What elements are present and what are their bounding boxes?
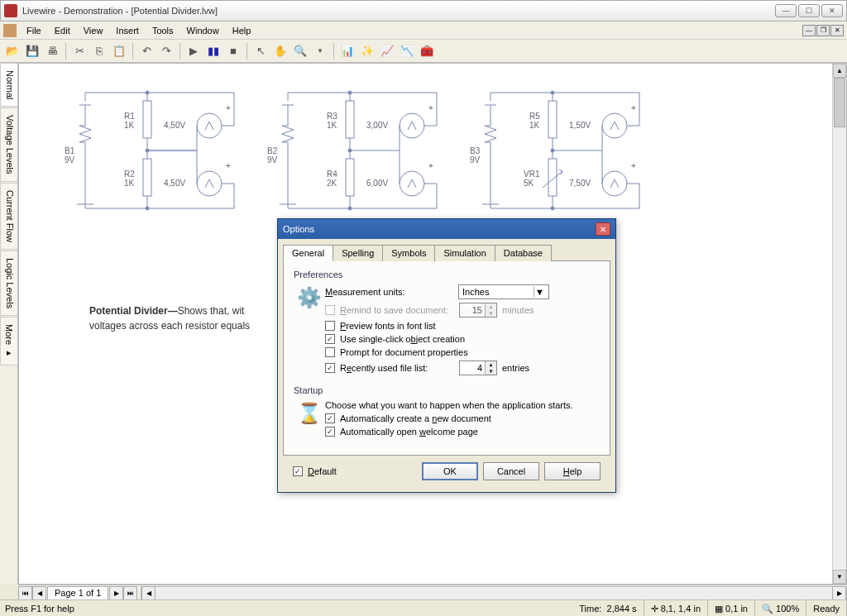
mdi-close[interactable]: ✕ [830,25,844,36]
zoom-icon[interactable]: 🔍 [291,42,309,60]
measurement-select[interactable]: Inches▼ [458,284,549,299]
autonew-label: Automatically create a new document [340,413,491,423]
hand-icon[interactable]: ✋ [271,42,290,60]
tab-current[interactable]: Current Flow [0,183,17,250]
maximize-button[interactable]: ☐ [798,4,820,17]
remind-label: Remind to save document: [340,305,454,315]
singleclick-checkbox[interactable] [325,334,335,344]
svg-point-28 [551,91,554,94]
app-icon [4,4,17,17]
recent-checkbox[interactable] [325,363,335,373]
page-first[interactable]: ⏮ [18,586,32,600]
svg-point-29 [551,149,554,152]
dropdown-icon[interactable]: ▼ [311,42,329,60]
default-checkbox[interactable] [293,466,303,476]
titlebar: Livewire - Demonstration - [Potential Di… [0,0,847,21]
tab-more[interactable]: More ▸ [0,317,17,365]
svg-point-3 [197,113,222,138]
stop-icon[interactable]: ■ [224,42,242,60]
status-time: Time: 2,844 s [572,600,644,616]
svg-point-25 [602,113,627,138]
status-position: ✛ 8,1, 1,4 in [644,600,708,616]
menu-help[interactable]: Help [226,24,258,37]
tab-spelling[interactable]: Spelling [333,245,383,261]
tab-voltage[interactable]: Voltage Levels [0,107,17,182]
autonew-checkbox[interactable] [325,413,335,423]
tab-logic[interactable]: Logic Levels [0,251,17,316]
cancel-button[interactable]: Cancel [483,462,539,480]
play-icon[interactable]: ▶ [184,42,203,60]
mdi-restore[interactable]: ❐ [816,25,830,36]
tab-symbols[interactable]: Symbols [382,245,435,261]
startup-intro: Choose what you want to happen when the … [325,400,573,410]
pause-icon[interactable]: ▮▮ [204,42,223,60]
hscroll-track[interactable]: ◀ ▶ [141,586,847,600]
page-next[interactable]: ▶ [109,586,123,600]
svg-rect-24 [548,101,557,138]
tab-database[interactable]: Database [495,245,552,261]
undo-icon[interactable]: ↶ [137,42,156,60]
preview-label: Preview fonts in font list [340,321,436,331]
menu-edit[interactable]: Edit [48,24,77,37]
menu-view[interactable]: View [77,24,110,37]
svg-rect-15 [346,101,354,138]
dialog-titlebar[interactable]: Options ✕ [278,219,615,239]
prompt-checkbox[interactable] [325,347,335,357]
menu-window[interactable]: Window [180,24,226,37]
status-ready: Ready [806,600,847,616]
print-icon[interactable]: 🖶 [43,42,61,60]
tab-simulation[interactable]: Simulation [434,245,495,261]
pointer-icon[interactable]: ↖ [251,42,270,60]
recent-spinner[interactable]: ▲▼ [459,361,497,375]
startup-heading: Startup [294,385,600,395]
vertical-scrollbar[interactable]: ▲ ▼ [832,64,846,584]
menu-insert[interactable]: Insert [109,24,146,37]
scroll-down-icon[interactable]: ▼ [833,570,846,584]
status-grid: ▦ 0,1 in [708,600,755,616]
svg-rect-2 [143,101,151,138]
minimize-button[interactable]: — [775,4,797,17]
toolbox-icon[interactable]: 🧰 [418,42,436,60]
chart-icon[interactable]: 📊 [338,42,357,60]
toolbar: 📂 💾 🖶 ✂ ⎘ 📋 ↶ ↷ ▶ ▮▮ ■ ↖ ✋ 🔍 ▼ 📊 ✨ 📈 📉 🧰 [0,40,847,63]
redo-icon[interactable]: ↷ [157,42,175,60]
graph1-icon[interactable]: 📈 [378,42,396,60]
open-icon[interactable]: 📂 [3,42,22,60]
document-icon [3,24,17,37]
menu-tools[interactable]: Tools [146,24,180,37]
page-prev[interactable]: ◀ [32,586,46,600]
scroll-up-icon[interactable]: ▲ [833,64,846,78]
autowelcome-checkbox[interactable] [325,427,335,437]
help-button[interactable]: Help [544,462,601,480]
paste-icon[interactable]: 📋 [110,42,128,60]
tab-general[interactable]: General [283,245,333,261]
remind-spinner: ▲▼ [459,303,497,318]
prompt-label: Prompt for document properties [340,347,468,357]
startup-icon: ⌛ [297,402,320,425]
ok-button[interactable]: OK [422,462,478,480]
measurement-label: Measurement units: [325,287,453,297]
graph2-icon[interactable]: 📉 [398,42,416,60]
statusbar: Press F1 for help Time: 2,844 s ✛ 8,1, 1… [0,599,847,616]
wizard-icon[interactable]: ✨ [358,42,376,60]
save-icon[interactable]: 💾 [23,42,41,60]
scroll-thumb[interactable] [834,78,845,127]
copy-icon[interactable]: ⎘ [90,42,108,60]
page-last[interactable]: ⏭ [123,586,137,600]
cut-icon[interactable]: ✂ [70,42,89,60]
preview-checkbox[interactable] [325,321,335,331]
singleclick-label: Use single-click object creation [340,334,465,344]
default-label: Default [308,466,337,476]
close-button[interactable]: ✕ [821,4,843,17]
menu-file[interactable]: File [20,24,48,37]
recent-label: Recently used file list: [340,363,454,373]
mdi-minimize[interactable]: — [802,25,816,36]
circuit-3: B39V R51K VR15K 1,50V 7,50V ++ [470,80,660,222]
svg-point-11 [146,149,149,152]
hscroll-left[interactable]: ◀ [141,586,156,600]
tab-normal[interactable]: Normal [0,63,17,107]
options-dialog: Options ✕ General Spelling Symbols Simul… [277,218,616,493]
horizontal-scrollbar: ⏮ ◀ Page 1 of 1 ▶ ⏭ ◀ ▶ [18,585,847,601]
hscroll-right[interactable]: ▶ [832,586,846,600]
dialog-close-icon[interactable]: ✕ [596,222,610,236]
